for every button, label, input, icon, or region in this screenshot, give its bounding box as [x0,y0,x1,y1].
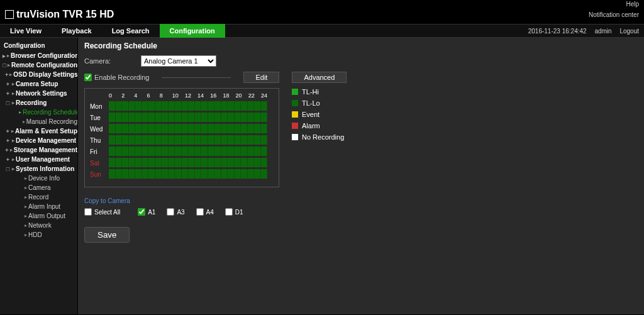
sidebar-item[interactable]: □▸Recording [0,98,77,108]
sidebar: Configuration ▸▸Browser Configuration□▸R… [0,38,77,314]
admin-link[interactable]: admin [594,28,611,35]
sidebar-item[interactable]: +▸Camera Setup [0,79,77,89]
brand-logo: truVision TVR 15 HD [5,9,114,20]
legend-swatch [292,89,298,95]
logout-link[interactable]: Logout [619,28,639,35]
copy-target-checkbox[interactable]: D1 [225,208,243,216]
legend-swatch [292,111,298,118]
day-grid-row[interactable] [109,124,267,134]
day-grid-row[interactable] [109,158,267,168]
sidebar-item[interactable]: □▸Remote Configuration [0,60,77,70]
content-title: Recording Schedule [84,41,638,50]
enable-recording-checkbox[interactable]: Enable Recording [84,74,149,81]
copy-to-camera-link[interactable]: Copy to Camera [84,197,130,204]
day-label: Thu [90,137,109,144]
day-grid-row[interactable] [109,113,267,123]
help-link[interactable]: Help [626,1,639,8]
sidebar-item[interactable]: ▸Alarm Output [0,211,77,221]
day-label: Wed [90,126,109,133]
day-label: Fri [90,148,109,155]
copy-target-checkbox[interactable]: A3 [167,208,184,216]
sidebar-item[interactable]: +▸Storage Management [0,145,77,155]
hour-label: 10 [172,92,185,99]
day-label: Sat [90,160,109,167]
hour-label: 0 [109,92,121,99]
hour-label: 4 [134,92,147,99]
sidebar-item[interactable]: +▸Device Management [0,136,77,145]
brand-text: truVision TVR 15 HD [16,9,114,20]
hour-label: 14 [197,92,210,99]
hour-label: 16 [210,92,223,99]
advanced-button[interactable]: Advanced [292,72,347,83]
save-button[interactable]: Save [84,227,130,243]
hour-label: 20 [236,92,248,99]
legend-item: Alarm [292,122,344,130]
nav-configuration[interactable]: Configuration [160,24,225,38]
legend-swatch [292,123,298,129]
sidebar-item[interactable]: +▸Network Settings [0,89,77,98]
day-grid-row[interactable] [109,135,267,145]
day-grid-row[interactable] [109,146,267,157]
schedule-grid[interactable]: 024681012141618202224 MonTueWedThuFriSat… [84,88,279,187]
hour-label: 2 [121,92,134,99]
legend: TL-HiTL-LoEventAlarmNo Recording [292,88,344,145]
nav-log-search[interactable]: Log Search [102,24,160,38]
legend-swatch [292,134,298,140]
day-label: Sun [90,171,109,178]
hour-label: 18 [223,92,235,99]
sidebar-item[interactable]: ▸HDD [0,230,77,240]
sidebar-item[interactable]: ▸Alarm Input [0,202,77,211]
datetime: 2016-11-23 16:24:42 [528,28,587,35]
copy-target-checkbox[interactable]: A1 [138,208,155,216]
day-grid-row[interactable] [109,101,267,111]
edit-button[interactable]: Edit [243,72,279,83]
legend-item: TL-Hi [292,88,344,96]
sidebar-item[interactable]: ▸Camera [0,183,77,192]
sidebar-item[interactable]: +▸Alarm & Event Setup [0,126,77,136]
day-label: Mon [90,103,109,110]
sidebar-item[interactable]: ▸▸Browser Configuration [0,51,77,60]
copy-target-checkbox[interactable]: A4 [196,208,214,216]
content-panel: Recording Schedule Camera: Analog Camera… [77,38,644,314]
hour-label: 22 [248,92,261,99]
legend-item: TL-Lo [292,99,344,107]
main-nav: Live View Playback Log Search Configurat… [0,24,644,38]
nav-playback[interactable]: Playback [52,24,102,38]
hour-label: 24 [261,92,274,99]
sidebar-item[interactable]: +▸User Management [0,155,77,164]
sidebar-title: Configuration [0,40,77,51]
sidebar-item[interactable]: ▸Recording Schedule [0,108,77,117]
sidebar-item[interactable]: ▸Device Info [0,174,77,183]
legend-item: Event [292,111,344,118]
sidebar-item[interactable]: ▸Manual Recording [0,117,77,126]
select-all-checkbox[interactable]: Select All [84,208,120,216]
camera-select[interactable]: Analog Camera 1 [141,55,216,67]
legend-swatch [292,100,298,106]
notification-center-link[interactable]: Notification center [589,11,639,18]
sidebar-item[interactable]: +▸OSD Display Settings [0,70,77,79]
nav-live-view[interactable]: Live View [0,24,52,38]
legend-item: No Recording [292,133,344,141]
hour-label: 6 [147,92,159,99]
sidebar-item[interactable]: □▸System Information [0,164,77,174]
logo-icon [5,10,14,19]
hour-label: 8 [160,92,172,99]
sidebar-item[interactable]: ▸Record [0,192,77,202]
camera-label: Camera: [84,57,135,65]
hour-label: 12 [185,92,197,99]
sidebar-item[interactable]: ▸Network [0,221,77,230]
day-label: Tue [90,114,109,121]
day-grid-row[interactable] [109,169,267,179]
